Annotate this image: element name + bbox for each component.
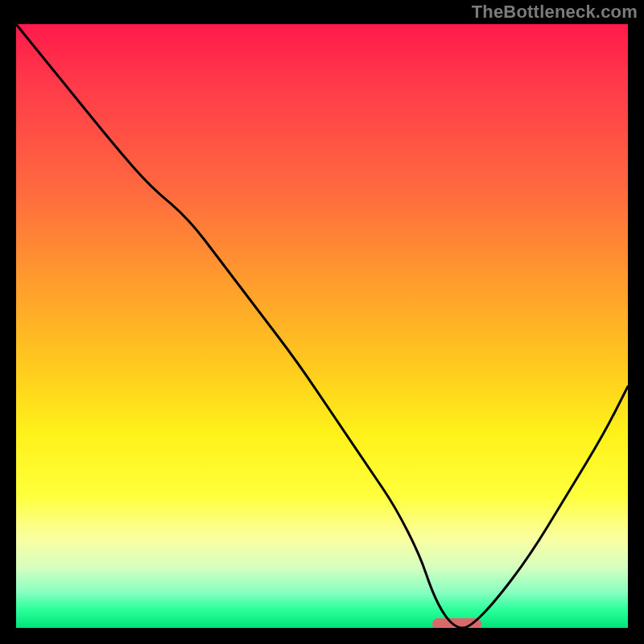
- bottleneck-curve: [16, 24, 628, 628]
- plot-area: [16, 24, 628, 628]
- chart-frame: TheBottleneck.com: [0, 0, 644, 644]
- watermark-text: TheBottleneck.com: [472, 2, 638, 23]
- curve-path: [16, 24, 628, 628]
